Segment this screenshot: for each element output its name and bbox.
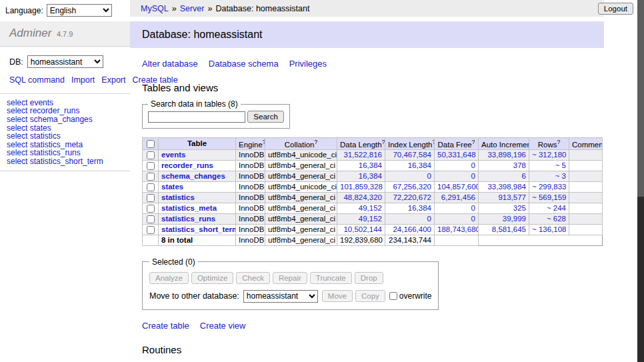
help-link[interactable]: ? bbox=[472, 139, 475, 145]
rows-link[interactable]: ~ 299,833 bbox=[532, 183, 566, 191]
index-length-link[interactable]: 70,467,584 bbox=[393, 151, 431, 159]
data-length-link[interactable]: 101,859,328 bbox=[340, 183, 383, 191]
auto-increment-link[interactable]: 33,398,984 bbox=[487, 183, 526, 191]
auto-increment-link[interactable]: 33,898,196 bbox=[487, 151, 526, 159]
link-create-view[interactable]: Create view bbox=[200, 321, 246, 331]
select-all-checkbox[interactable] bbox=[147, 140, 155, 148]
move-db-select[interactable]: homeassistant bbox=[243, 290, 318, 303]
index-length-link[interactable]: 16,384 bbox=[408, 161, 431, 169]
sort-link-table[interactable]: Table bbox=[187, 139, 207, 147]
scrollbar-thumb[interactable] bbox=[637, 0, 644, 197]
breadcrumb-mysql-link[interactable]: MySQL bbox=[141, 4, 169, 13]
help-link[interactable]: ? bbox=[382, 139, 385, 145]
table-name-link-recorder-runs[interactable]: recorder_runs bbox=[161, 161, 213, 169]
data-free-link[interactable]: 0 bbox=[471, 161, 475, 169]
row-checkbox-events[interactable] bbox=[147, 151, 155, 159]
sort-link-rows[interactable]: Rows bbox=[538, 141, 557, 149]
auto-increment-link[interactable]: 378 bbox=[513, 161, 526, 169]
link-database-schema[interactable]: Database schema bbox=[209, 59, 279, 69]
table-name-link-events[interactable]: events bbox=[161, 151, 185, 159]
auto-increment-link[interactable]: 913,577 bbox=[498, 193, 526, 201]
table-name-link-statistics-meta[interactable]: statistics_meta bbox=[161, 204, 217, 212]
data-length-link[interactable]: 49,152 bbox=[359, 204, 382, 212]
logout-button[interactable]: Logout bbox=[598, 3, 633, 15]
data-free-link[interactable]: 188,743,680 bbox=[437, 225, 479, 233]
sidebar-table-link-statistics-short-term[interactable]: statistics_short_term bbox=[30, 157, 103, 166]
data-free-link[interactable]: 104,857,600 bbox=[437, 183, 479, 191]
sidebar-link-import[interactable]: Import bbox=[71, 75, 95, 85]
rows-link[interactable]: ~ 5 bbox=[555, 161, 566, 169]
sort-link-index-length[interactable]: Index Length bbox=[388, 141, 433, 149]
truncate-button[interactable]: Truncate bbox=[310, 272, 352, 284]
check-button[interactable]: Check bbox=[236, 272, 270, 284]
index-length-link[interactable]: 0 bbox=[427, 215, 431, 223]
rows-link[interactable]: ~ 3 bbox=[555, 172, 566, 180]
row-checkbox-statistics-meta[interactable] bbox=[147, 205, 155, 213]
sort-link-data-free[interactable]: Data Free bbox=[438, 141, 472, 149]
db-select[interactable]: homeassistant bbox=[27, 55, 103, 68]
rows-link[interactable]: ~ 569,159 bbox=[532, 193, 566, 201]
data-free-link[interactable]: 0 bbox=[471, 204, 475, 212]
sidebar-link-sql-command[interactable]: SQL command bbox=[9, 75, 65, 85]
sidebar-link-export[interactable]: Export bbox=[101, 75, 125, 85]
row-checkbox-recorder-runs[interactable] bbox=[147, 162, 155, 170]
sort-link-comment[interactable]: Comment bbox=[572, 141, 603, 149]
table-name-link-schema-changes[interactable]: schema_changes bbox=[161, 172, 225, 180]
data-free-link[interactable]: 6,291,456 bbox=[441, 193, 475, 201]
index-length-link[interactable]: 16,384 bbox=[408, 204, 431, 212]
data-free-link[interactable]: 0 bbox=[471, 172, 475, 180]
sort-link-data-length[interactable]: Data Length bbox=[340, 141, 382, 149]
row-checkbox-statistics-short-term[interactable] bbox=[147, 226, 155, 234]
auto-increment-link[interactable]: 39,999 bbox=[503, 215, 526, 223]
help-link[interactable]: ? bbox=[263, 139, 265, 145]
move-button[interactable]: Move bbox=[322, 290, 353, 302]
row-checkbox-statistics[interactable] bbox=[147, 194, 155, 202]
sidebar-select-link-statistics-short-term[interactable]: select bbox=[7, 157, 27, 166]
index-length-link[interactable]: 24,166,400 bbox=[393, 225, 431, 233]
auto-increment-link[interactable]: 8,581,645 bbox=[492, 225, 526, 233]
link-alter-database[interactable]: Alter database bbox=[142, 59, 198, 69]
auto-increment-link[interactable]: 6 bbox=[522, 172, 526, 180]
sort-link-engine[interactable]: Engine bbox=[239, 141, 263, 149]
drop-button[interactable]: Drop bbox=[355, 272, 383, 284]
rows-link[interactable]: ~ 136,108 bbox=[532, 225, 566, 233]
data-free-link[interactable]: 50,331,648 bbox=[437, 151, 476, 159]
breadcrumb-server-link[interactable]: Server bbox=[180, 4, 205, 13]
copy-button[interactable]: Copy bbox=[355, 290, 385, 302]
data-length-link[interactable]: 48,824,320 bbox=[343, 193, 382, 201]
repair-button[interactable]: Repair bbox=[273, 272, 307, 284]
data-length-link[interactable]: 49,152 bbox=[359, 215, 382, 223]
row-checkbox-statistics-runs[interactable] bbox=[147, 215, 155, 223]
index-length-link[interactable]: 67,256,320 bbox=[393, 183, 431, 191]
help-link[interactable]: ? bbox=[315, 139, 318, 145]
data-length-link[interactable]: 16,384 bbox=[359, 161, 382, 169]
analyze-button[interactable]: Analyze bbox=[149, 272, 189, 284]
adminer-logo-link[interactable]: Adminer bbox=[9, 27, 51, 39]
table-name-link-statistics[interactable]: statistics bbox=[161, 193, 195, 201]
table-name-link-states[interactable]: states bbox=[161, 183, 183, 191]
data-length-link[interactable]: 31,522,816 bbox=[343, 151, 382, 159]
optimize-button[interactable]: Optimize bbox=[191, 272, 233, 284]
index-length-link[interactable]: 0 bbox=[427, 172, 431, 180]
sort-link-collation[interactable]: Collation bbox=[285, 141, 315, 149]
auto-increment-link[interactable]: 325 bbox=[513, 204, 526, 212]
table-name-link-statistics-runs[interactable]: statistics_runs bbox=[161, 215, 215, 223]
overwrite-checkbox[interactable] bbox=[389, 292, 397, 300]
search-input[interactable] bbox=[148, 111, 245, 123]
sort-link-auto-increment[interactable]: Auto Increment bbox=[481, 141, 529, 149]
row-checkbox-states[interactable] bbox=[147, 183, 155, 191]
rows-link[interactable]: ~ 244 bbox=[547, 204, 566, 212]
link-create-table[interactable]: Create table bbox=[142, 321, 189, 331]
link-privileges[interactable]: Privileges bbox=[289, 59, 327, 69]
data-length-link[interactable]: 10,502,144 bbox=[343, 225, 382, 233]
data-length-link[interactable]: 16,384 bbox=[359, 172, 382, 180]
rows-link[interactable]: ~ 628 bbox=[547, 215, 566, 223]
rows-link[interactable]: ~ 312,180 bbox=[532, 151, 566, 159]
search-button[interactable]: Search bbox=[247, 111, 283, 123]
table-name-link-statistics-short-term[interactable]: statistics_short_term bbox=[161, 225, 236, 233]
row-checkbox-schema-changes[interactable] bbox=[147, 173, 155, 181]
index-length-link[interactable]: 72,220,672 bbox=[393, 193, 431, 201]
data-free-link[interactable]: 0 bbox=[471, 215, 475, 223]
help-link[interactable]: ? bbox=[557, 139, 561, 145]
language-select[interactable]: English bbox=[47, 4, 112, 17]
